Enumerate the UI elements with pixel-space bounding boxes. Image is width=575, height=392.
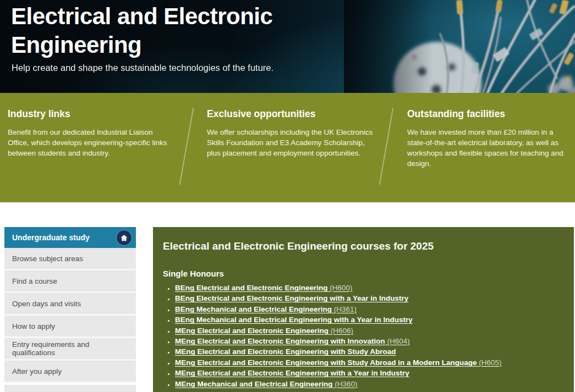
course-list-item: BEng Electrical and Electronic Engineeri… [175,283,563,293]
course-list-item: MEng Electrical and Electronic Engineeri… [175,368,563,378]
highlight-heading: Exclusive opportunities [207,108,379,120]
home-icon[interactable] [117,230,132,245]
course-list-item: MEng Mechanical and Electrical Engineeri… [175,379,563,389]
sidebar-header-label: Undergraduate study [12,233,90,242]
sidebar-item-how-to-apply[interactable]: How to apply [4,316,136,338]
sidebar-nav: Undergraduate study Browse subject areas… [4,227,136,392]
photo-shade-overlay [344,0,575,93]
course-link[interactable]: MEng Electrical and Electronic Engineeri… [175,369,409,377]
course-list-item: MEng Mechanical and Electrical Engineeri… [175,389,563,392]
highlight-heading: Industry links [8,108,174,120]
highlight-heading: Outstanding facilities [407,108,573,120]
course-link[interactable]: MEng Mechanical and Electrical Engineeri… [175,380,358,388]
courses-panel: Electrical and Electronic Engineering co… [153,227,574,392]
sidebar-item-label: Open days and visits [12,300,81,308]
highlight-body: We have invested more than £20 million i… [407,127,573,169]
highlights-band: Industry links Benefit from our dedicate… [0,93,575,202]
single-honours-heading: Single Honours [163,269,563,278]
sidebar-item-list: Browse subject areas Find a course Open … [4,248,136,383]
diagonal-divider [179,108,194,185]
sidebar-item-label: After you apply [12,367,62,376]
course-link[interactable]: MEng Electrical and Electronic Engineeri… [175,327,353,335]
sidebar-item-partial[interactable] [4,385,136,392]
sidebar-item-label: Find a course [12,277,57,285]
course-link[interactable]: BEng Electrical and Electronic Engineeri… [175,294,408,302]
sidebar-item-after-you-apply[interactable]: After you apply [4,361,136,383]
course-link[interactable]: MEng Electrical and Electronic Engineeri… [175,337,410,345]
diagonal-divider [379,108,394,185]
highlight-outstanding-facilities: Outstanding facilities We have invested … [407,108,573,169]
course-list: BEng Electrical and Electronic Engineeri… [163,283,563,392]
course-link[interactable]: MEng Electrical and Electronic Engineeri… [175,358,502,367]
course-list-item: BEng Mechanical and Electrical Engineeri… [175,304,563,314]
hero-subtitle: Help create and shape the sustainable te… [12,63,364,73]
sidebar-item-label: Browse subject areas [12,255,83,263]
highlight-body: Benefit from our dedicated Industrial Li… [8,127,174,158]
course-link[interactable]: BEng Mechanical and Electrical Engineeri… [175,305,357,313]
course-link[interactable]: BEng Mechanical and Electrical Engineeri… [175,316,413,324]
course-list-item: MEng Electrical and Electronic Engineeri… [175,346,563,357]
highlight-exclusive-opportunities: Exclusive opportunities We offer scholar… [207,108,379,158]
sidebar-item-find-a-course[interactable]: Find a course [4,270,136,293]
sidebar-item-browse-subject-areas[interactable]: Browse subject areas [4,248,136,270]
courses-heading: Electrical and Electronic Engineering co… [163,240,563,252]
sidebar-item-entry-requirements[interactable]: Entry requirements and qualifications [4,338,136,361]
highlight-body: We offer scholarships including the UK E… [207,127,379,158]
hero-banner: Electrical and Electronic Engineering He… [0,0,575,93]
course-link[interactable]: BEng Electrical and Electronic Engineeri… [175,284,353,292]
connectors-photo [344,0,575,93]
course-link[interactable]: MEng Electrical and Electronic Engineeri… [175,347,396,356]
course-list-item: BEng Mechanical and Electrical Engineeri… [175,314,563,325]
course-list-item: MEng Electrical and Electronic Engineeri… [175,336,563,346]
sidebar-item-label: How to apply [12,322,55,330]
sidebar-item-open-days-and-visits[interactable]: Open days and visits [4,293,136,316]
course-list-item: BEng Electrical and Electronic Engineeri… [175,293,563,303]
sidebar-item-label: Entry requirements and qualifications [12,340,128,357]
page-title: Electrical and Electronic Engineering [11,2,341,59]
course-list-item: MEng Electrical and Electronic Engineeri… [175,357,563,368]
sidebar-header-undergraduate-study[interactable]: Undergraduate study [4,227,136,248]
course-list-item: MEng Electrical and Electronic Engineeri… [175,325,563,336]
highlight-industry-links: Industry links Benefit from our dedicate… [8,108,174,158]
